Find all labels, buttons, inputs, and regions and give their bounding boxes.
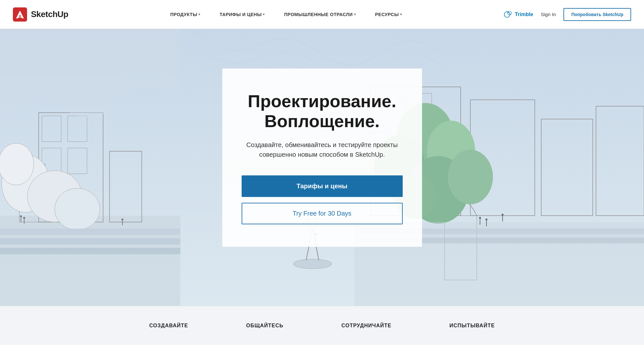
footer-test[interactable]: ИСПЫТЫВАЙТЕ [449,323,495,329]
svg-point-22 [20,215,22,217]
svg-rect-20 [0,248,180,254]
svg-point-16 [0,143,34,185]
hero-title-line1: Проектирование. [248,91,396,111]
try-free-button[interactable]: Try Free for 30 Days [242,203,403,224]
logo-area: SketchUp [13,7,68,22]
nav-pricing-arrow: ▾ [263,13,265,16]
nav-industries-arrow: ▾ [354,13,356,16]
trimble-label: Trimble [515,12,533,17]
trimble-logo: Trimble [504,11,533,18]
svg-point-40 [448,150,493,204]
main-header: SketchUp ПРОДУКТЫ ▾ ТАРИФЫ И ЦЕНЫ ▾ ПРОМ… [0,0,644,29]
nav-products-label: ПРОДУКТЫ [170,12,197,17]
svg-point-54 [293,259,332,269]
signin-link[interactable]: Sign In [541,12,556,17]
nav-pricing[interactable]: ТАРИФЫ И ЦЕНЫ ▾ [220,12,265,17]
pricing-button[interactable]: Тарифы и цены [242,175,403,197]
svg-point-24 [23,217,25,219]
sketchup-logo-icon [13,7,27,22]
nav-pricing-label: ТАРИФЫ И ЦЕНЫ [220,12,262,17]
hero-title: Проектирование. Воплощение. [242,91,403,131]
svg-point-48 [485,219,487,220]
hero-section: Проектирование. Воплощение. Создавайте, … [0,29,644,306]
footer-bar: СОЗДАВАЙТЕ ОБЩАЙТЕСЬ СОТРУДНИЧАЙТЕ ИСПЫТ… [0,306,644,345]
nav-resources-arrow: ▾ [400,13,402,16]
nav-resources-label: РЕСУРСЫ [375,12,399,17]
svg-rect-19 [0,238,180,245]
footer-share[interactable]: ОБЩАЙТЕСЬ [246,323,284,329]
nav-products[interactable]: ПРОДУКТЫ ▾ [170,12,200,17]
svg-point-46 [479,217,481,219]
footer-create[interactable]: СОЗДАВАЙТЕ [149,323,188,329]
main-nav: ПРОДУКТЫ ▾ ТАРИФЫ И ЦЕНЫ ▾ ПРОМЫШЛЕННЫЕ … [170,12,402,17]
trimble-icon [504,11,513,18]
footer-collaborate[interactable]: СОТРУДНИЧАЙТЕ [341,323,391,329]
svg-point-50 [502,214,504,216]
logo-text: SketchUp [31,9,68,19]
hero-subtitle: Создавайте, обменивайтесь и тестируйте п… [242,140,403,159]
nav-products-arrow: ▾ [198,13,200,16]
nav-resources[interactable]: РЕСУРСЫ ▾ [375,12,402,17]
svg-point-17 [55,188,100,230]
svg-point-26 [121,219,123,220]
hero-title-line2: Воплощение. [264,111,380,131]
svg-rect-2 [17,16,23,18]
hero-card: Проектирование. Воплощение. Создавайте, … [222,69,422,247]
try-sketchup-button[interactable]: Попробовать SketchUp [563,8,631,21]
header-right: Trimble Sign In Попробовать SketchUp [504,8,631,21]
nav-industries[interactable]: ПРОМЫШЛЕННЫЕ ОТРАСЛИ ▾ [284,12,356,17]
nav-industries-label: ПРОМЫШЛЕННЫЕ ОТРАСЛИ [284,12,353,17]
svg-rect-18 [0,228,180,235]
